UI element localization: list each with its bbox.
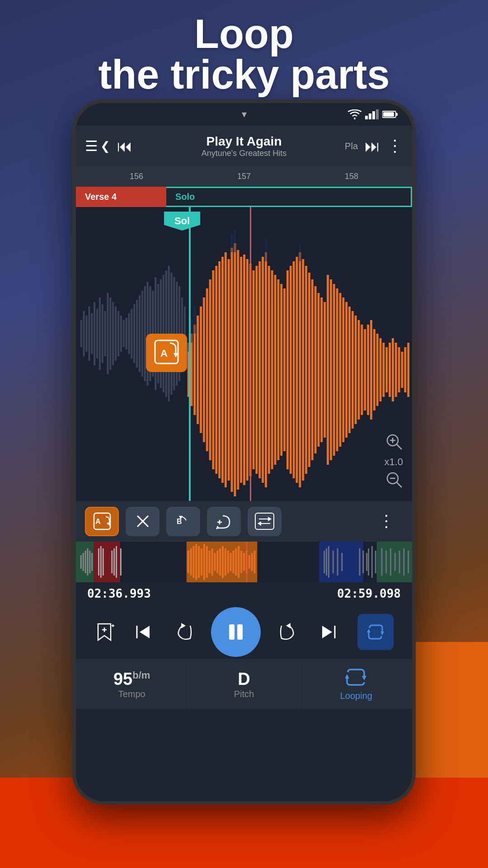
rewind-icon [172, 622, 192, 642]
timeline-bar: 156 157 158 [76, 166, 412, 187]
svg-rect-155 [83, 553, 84, 571]
mini-waveform-svg [76, 542, 412, 582]
svg-rect-5 [396, 113, 398, 116]
playhead-line [250, 207, 251, 501]
svg-rect-190 [249, 555, 250, 569]
zoom-in-button[interactable] [385, 432, 403, 454]
svg-rect-15 [94, 302, 95, 365]
svg-rect-183 [230, 553, 232, 571]
svg-rect-114 [385, 347, 388, 392]
svg-rect-66 [237, 250, 239, 490]
pitch-section[interactable]: D Pitch [188, 660, 300, 709]
svg-line-132 [397, 444, 402, 449]
svg-rect-29 [131, 309, 132, 359]
play-pause-button[interactable] [211, 607, 261, 657]
svg-rect-90 [311, 279, 314, 460]
toolbar-more-button[interactable]: ⋮ [369, 507, 403, 536]
menu-button[interactable]: ☰ ❮ [85, 137, 110, 155]
timeline-marker-3: 158 [345, 172, 358, 181]
svg-rect-198 [337, 548, 338, 576]
svg-marker-218 [140, 626, 150, 638]
svg-rect-118 [398, 347, 400, 392]
svg-rect-33 [141, 291, 143, 377]
svg-rect-83 [290, 266, 292, 474]
looping-section[interactable]: Looping [300, 660, 412, 709]
nav-left: ☰ ❮ ⏮ [85, 137, 132, 155]
svg-rect-177 [214, 553, 216, 571]
svg-rect-167 [188, 551, 189, 573]
mini-waveform[interactable] [76, 542, 412, 582]
svg-rect-6 [383, 112, 394, 117]
svg-rect-212 [408, 551, 409, 573]
tempo-section[interactable]: 95b/m Tempo [76, 660, 188, 709]
svg-rect-94 [324, 302, 326, 438]
waveform-area[interactable]: Sol A [76, 207, 412, 501]
looping-label: Looping [340, 691, 372, 701]
tempo-label: Tempo [118, 689, 145, 699]
skip-next-button[interactable]: ⏭ [365, 137, 380, 155]
loop-start-line [189, 207, 191, 501]
add-loop-button[interactable] [207, 507, 241, 536]
svg-rect-60 [218, 261, 221, 478]
svg-rect-207 [385, 551, 387, 573]
svg-text:A: A [160, 348, 168, 359]
loop-toggle-button[interactable] [357, 614, 394, 650]
pitch-label: Pitch [234, 689, 254, 699]
set-b-button[interactable]: B [166, 507, 200, 536]
svg-rect-185 [235, 548, 237, 576]
svg-rect-89 [308, 273, 310, 467]
svg-rect-195 [326, 548, 327, 576]
status-bar: ▾ [76, 103, 412, 126]
svg-rect-3 [376, 109, 379, 119]
svg-rect-91 [314, 286, 317, 453]
svg-rect-24 [117, 311, 119, 356]
svg-marker-225 [380, 632, 384, 635]
set-a-icon: A [93, 512, 111, 530]
set-a-button[interactable]: A [85, 507, 119, 536]
next-button-label: Pla [345, 141, 358, 151]
svg-rect-173 [203, 544, 205, 580]
svg-rect-64 [231, 248, 233, 492]
bookmark-add-icon [94, 622, 114, 642]
svg-rect-2 [372, 111, 375, 119]
more-button[interactable]: ⋮ [387, 137, 403, 156]
zoom-controls: x1.0 [384, 432, 403, 492]
toolbar-more-icon: ⋮ [378, 512, 394, 531]
svg-text:A: A [95, 518, 101, 525]
svg-rect-197 [333, 551, 334, 573]
svg-rect-79 [277, 279, 279, 460]
forward-button[interactable] [280, 622, 300, 642]
svg-rect-74 [262, 257, 264, 483]
svg-rect-194 [324, 551, 325, 573]
svg-rect-109 [370, 320, 372, 420]
svg-rect-128 [299, 243, 301, 261]
svg-rect-84 [293, 261, 295, 478]
svg-rect-93 [320, 297, 323, 442]
svg-rect-1 [369, 113, 371, 119]
svg-rect-81 [283, 288, 286, 451]
zoom-in-icon [385, 432, 403, 450]
svg-rect-184 [233, 551, 235, 573]
track-title: Play It Again [202, 134, 287, 149]
jump-back-button[interactable] [133, 622, 153, 642]
svg-rect-18 [102, 304, 103, 363]
skip-prev-button[interactable]: ⏮ [117, 137, 132, 155]
svg-rect-202 [366, 553, 367, 571]
svg-rect-179 [219, 548, 221, 576]
zoom-out-button[interactable] [385, 470, 403, 492]
clear-loop-button[interactable] [126, 507, 160, 536]
svg-rect-112 [380, 338, 382, 401]
zoom-out-icon [385, 470, 403, 488]
svg-marker-228 [345, 674, 349, 679]
zoom-level-text: x1.0 [384, 456, 403, 468]
clear-icon [135, 513, 151, 529]
svg-marker-148 [258, 521, 261, 526]
svg-rect-78 [274, 275, 277, 465]
svg-rect-221 [237, 624, 243, 640]
bookmark-add-button[interactable] [94, 622, 114, 642]
jump-forward-button[interactable] [319, 622, 338, 642]
svg-rect-85 [296, 257, 298, 483]
svg-rect-92 [318, 293, 320, 447]
rewind-button[interactable] [172, 622, 192, 642]
swap-button[interactable] [248, 507, 282, 536]
